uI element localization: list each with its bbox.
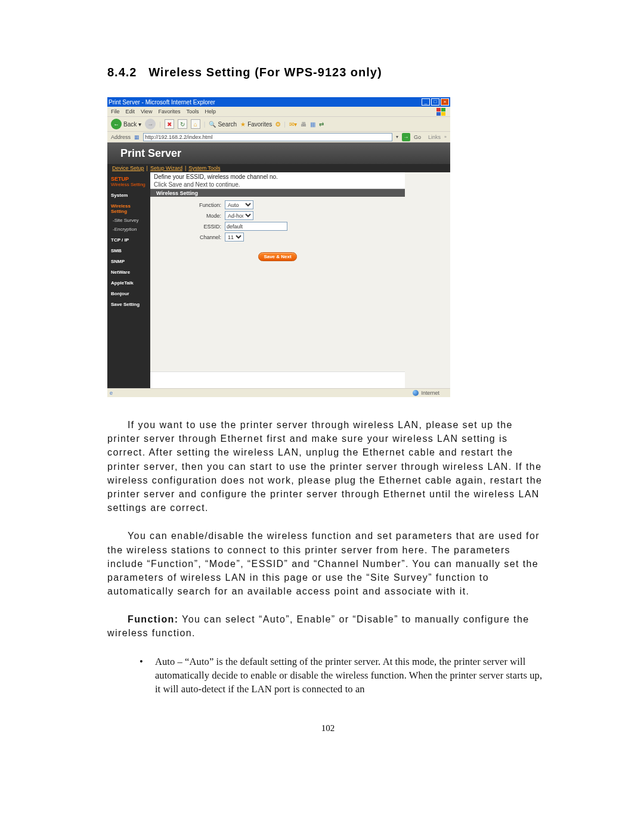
address-label: Address <box>111 134 131 140</box>
sidebar-item-encryption[interactable]: -Encryption <box>111 227 147 232</box>
globe-icon <box>413 390 419 396</box>
back-button[interactable]: ←Back ▾ <box>111 119 141 129</box>
window-buttons: _ □ × <box>422 98 449 106</box>
mail-icon[interactable]: ✉▾ <box>289 121 297 128</box>
page-number: 102 <box>107 723 549 733</box>
page-icon: ▦ <box>134 134 140 140</box>
mode-label: Mode: <box>162 213 225 219</box>
refresh-icon[interactable]: ↻ <box>178 119 187 129</box>
zone-label: Internet <box>421 390 439 396</box>
status-zone: Internet <box>413 390 450 396</box>
ie-icon: e <box>110 390 113 396</box>
close-button[interactable]: × <box>441 98 449 106</box>
sidebar-wireless-setting-sub: Wireless Setting <box>111 182 147 187</box>
bullet-text: Auto – “Auto” is the default setting of … <box>155 655 549 696</box>
paragraph-3: Function: You can select “Auto”, Enable”… <box>107 612 549 640</box>
history-icon[interactable]: ❂ <box>275 121 280 128</box>
windows-logo-icon <box>436 107 447 116</box>
content-area: Define your ESSID, wireless mode channel… <box>150 172 405 388</box>
tab-device-setup[interactable]: Device Setup <box>112 165 144 171</box>
wireless-form: Function: Auto Mode: Ad-hoc ESSID: Chann… <box>150 197 405 265</box>
function-bold: Function: <box>128 614 178 624</box>
content-line1: Define your ESSID, wireless mode channel… <box>154 174 401 180</box>
form-section-header: Wireless Setting <box>150 189 405 197</box>
sidebar-item-bonjour[interactable]: Bonjour <box>111 291 147 296</box>
paragraph-1: If you want to use the printer server th… <box>107 418 549 515</box>
menu-bar: File Edit View Favorites Tools Help <box>107 107 450 116</box>
favorites-button[interactable]: ★Favorites <box>240 121 272 128</box>
menu-edit[interactable]: Edit <box>126 109 135 114</box>
sidebar: SETUP Wireless Setting System Wireless S… <box>107 172 150 388</box>
print-icon[interactable]: 🖶 <box>301 121 306 128</box>
right-gap <box>405 172 450 388</box>
mode-select[interactable]: Ad-hoc <box>225 211 253 220</box>
sidebar-item-system[interactable]: System <box>111 193 147 198</box>
menu-file[interactable]: File <box>111 109 120 114</box>
sidebar-item-tcpip[interactable]: TCP / IP <box>111 237 147 243</box>
stop-icon[interactable]: ✖ <box>165 119 174 129</box>
top-tabs: Device Setup | Setup Wizard | System Too… <box>107 164 450 172</box>
minimize-button[interactable]: _ <box>422 98 430 106</box>
go-label: Go <box>414 134 421 140</box>
content-footer-blank <box>150 371 405 388</box>
address-input[interactable] <box>143 133 392 141</box>
paragraph-2: You can enable/disable the wireless func… <box>107 529 549 598</box>
section-number: 8.4.2 <box>107 66 137 79</box>
menu-view[interactable]: View <box>141 109 152 114</box>
section-title-text: Wireless Setting (For WPS-9123 only) <box>148 66 382 79</box>
forward-button[interactable]: → <box>145 119 156 129</box>
function-label: Function: <box>162 202 225 208</box>
tab-system-tools[interactable]: System Tools <box>188 165 220 171</box>
channel-label: Channel: <box>162 234 225 240</box>
sidebar-setup-header: SETUP <box>111 176 147 182</box>
section-heading: 8.4.2 Wireless Setting (For WPS-9123 onl… <box>107 66 549 79</box>
body-text: If you want to use the printer server th… <box>107 418 549 696</box>
menu-tools[interactable]: Tools <box>186 109 199 114</box>
sidebar-item-smb[interactable]: SMB <box>111 248 147 253</box>
essid-input[interactable] <box>225 222 287 231</box>
sidebar-item-netware[interactable]: NetWare <box>111 270 147 275</box>
toolbar: ←Back ▾ → | ✖ ↻ ⌂ | 🔍Search ★Favorites ❂… <box>107 116 450 132</box>
sidebar-item-appletalk[interactable]: AppleTalk <box>111 280 147 286</box>
content-description: Define your ESSID, wireless mode channel… <box>150 172 405 189</box>
edit-icon[interactable]: ▦ <box>310 121 315 128</box>
bullet-marker: • <box>140 655 143 696</box>
page-body: SETUP Wireless Setting System Wireless S… <box>107 172 450 388</box>
document-page: 8.4.2 Wireless Setting (For WPS-9123 onl… <box>0 0 644 757</box>
browser-screenshot: Print Server - Microsoft Internet Explor… <box>107 97 450 397</box>
content-line2: Click Save and Next to continue. <box>154 181 401 188</box>
sidebar-item-site-survey[interactable]: -Site Survey <box>111 218 147 223</box>
sidebar-item-snmp[interactable]: SNMP <box>111 259 147 264</box>
bullet-auto: • Auto – “Auto” is the default setting o… <box>140 655 549 696</box>
menu-favorites[interactable]: Favorites <box>158 109 180 114</box>
menu-help[interactable]: Help <box>205 109 216 114</box>
sidebar-item-wireless[interactable]: Wireless Setting <box>111 203 147 214</box>
maximize-button[interactable]: □ <box>431 98 439 106</box>
discuss-icon[interactable]: ⇄ <box>319 121 324 128</box>
window-title: Print Server - Microsoft Internet Explor… <box>109 99 215 106</box>
links-label[interactable]: Links <box>428 134 441 140</box>
channel-select[interactable]: 11 <box>225 233 244 241</box>
search-button[interactable]: 🔍Search <box>209 121 237 128</box>
status-bar: e Internet <box>107 388 450 397</box>
page-banner: Print Server <box>107 143 450 164</box>
essid-label: ESSID: <box>162 224 225 230</box>
banner-title: Print Server <box>120 147 181 160</box>
address-bar: Address ▦ ▾ → Go Links » <box>107 132 450 143</box>
window-titlebar: Print Server - Microsoft Internet Explor… <box>107 97 450 107</box>
tab-setup-wizard[interactable]: Setup Wizard <box>150 165 182 171</box>
go-button[interactable]: → <box>402 133 410 141</box>
function-select[interactable]: Auto <box>225 200 253 209</box>
home-icon[interactable]: ⌂ <box>191 119 200 129</box>
save-next-button[interactable]: Save & Next <box>258 252 296 261</box>
sidebar-item-save[interactable]: Save Setting <box>111 302 147 307</box>
